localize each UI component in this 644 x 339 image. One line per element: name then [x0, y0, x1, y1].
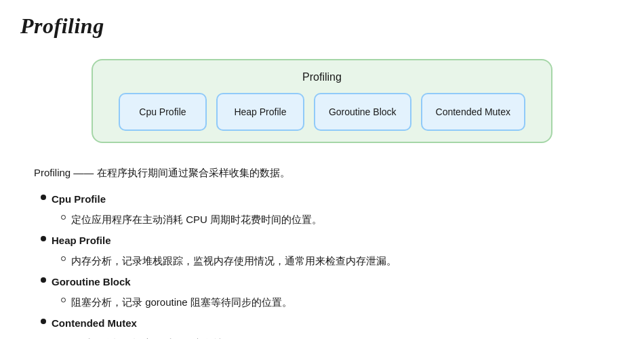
- sub-text-goroutine: 阻塞分析，记录 goroutine 阻塞等待同步的位置。: [71, 293, 292, 313]
- bullet-label-cpu: Cpu Profile: [52, 190, 106, 210]
- bullet-label-goroutine: Goroutine Block: [52, 273, 131, 292]
- bullet-dot-2: [41, 236, 46, 241]
- sub-text-heap: 内存分析，记录堆栈跟踪，监视内存使用情况，通常用来检查内存泄漏。: [71, 252, 397, 271]
- sub-list-mutex: 互斥锁分析，报告互斥锁的竞争情况。: [41, 334, 624, 339]
- page-title: Profiling: [20, 14, 624, 39]
- diagram-title: Profiling: [109, 71, 535, 83]
- diagram-item-mutex: Contended Mutex: [421, 93, 526, 131]
- diagram-item-goroutine: Goroutine Block: [314, 93, 411, 131]
- bullet-label-mutex: Contended Mutex: [52, 314, 137, 334]
- diagram-item-cpu: Cpu Profile: [119, 93, 207, 131]
- diagram-container: Profiling Cpu Profile Heap Profile Gorou…: [20, 59, 624, 143]
- sub-circle-heap: [61, 256, 66, 261]
- sub-circle-goroutine: [61, 298, 66, 302]
- list-item: Heap Profile 内存分析，记录堆栈跟踪，监视内存使用情况，通常用来检查…: [41, 231, 624, 271]
- sub-item-mutex: 互斥锁分析，报告互斥锁的竞争情况。: [61, 334, 624, 339]
- bullet-list: Cpu Profile 定位应用程序在主动消耗 CPU 周期时花费时间的位置。 …: [34, 190, 624, 340]
- bullet-dot-3: [41, 277, 46, 283]
- sub-list-goroutine: 阻塞分析，记录 goroutine 阻塞等待同步的位置。: [41, 293, 624, 313]
- bullet-dot-4: [41, 319, 46, 324]
- intro-line: Profiling —— 在程序执行期间通过聚合采样收集的数据。: [34, 163, 624, 183]
- list-item: Goroutine Block 阻塞分析，记录 goroutine 阻塞等待同步…: [41, 273, 624, 313]
- diagram-item-heap: Heap Profile: [216, 93, 304, 131]
- sub-list-heap: 内存分析，记录堆栈跟踪，监视内存使用情况，通常用来检查内存泄漏。: [41, 252, 624, 271]
- sub-item-cpu: 定位应用程序在主动消耗 CPU 周期时花费时间的位置。: [61, 210, 624, 230]
- sub-item-goroutine: 阻塞分析，记录 goroutine 阻塞等待同步的位置。: [61, 293, 624, 313]
- content-section: Profiling —— 在程序执行期间通过聚合采样收集的数据。 Cpu Pro…: [20, 163, 624, 339]
- sub-text-cpu: 定位应用程序在主动消耗 CPU 周期时花费时间的位置。: [71, 210, 322, 230]
- sub-circle-cpu: [61, 215, 66, 220]
- sub-text-mutex: 互斥锁分析，报告互斥锁的竞争情况。: [71, 334, 244, 339]
- diagram-box: Profiling Cpu Profile Heap Profile Gorou…: [92, 59, 552, 143]
- diagram-items: Cpu Profile Heap Profile Goroutine Block…: [109, 93, 535, 131]
- sub-item-heap: 内存分析，记录堆栈跟踪，监视内存使用情况，通常用来检查内存泄漏。: [61, 252, 624, 271]
- bullet-dot-1: [41, 195, 46, 200]
- bullet-label-heap: Heap Profile: [52, 231, 111, 251]
- list-item: Cpu Profile 定位应用程序在主动消耗 CPU 周期时花费时间的位置。: [41, 190, 624, 230]
- sub-list-cpu: 定位应用程序在主动消耗 CPU 周期时花费时间的位置。: [41, 210, 624, 230]
- list-item: Contended Mutex 互斥锁分析，报告互斥锁的竞争情况。: [41, 314, 624, 340]
